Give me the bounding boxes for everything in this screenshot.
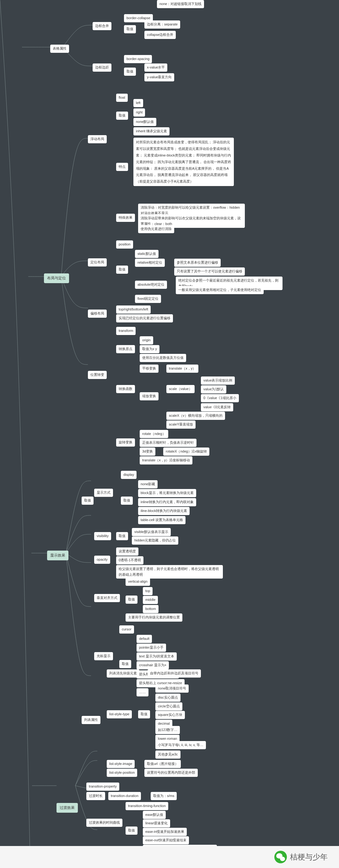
node-scale-val: scale（value） bbox=[166, 385, 195, 393]
node-valign-mode: 垂直对齐方式 bbox=[94, 594, 120, 602]
node-offset-layout: 偏移布局 bbox=[88, 310, 107, 318]
node-trans-dur: transition-duration bbox=[108, 792, 141, 800]
node-static: static默认值 bbox=[135, 250, 159, 258]
node-trans-prop: transition-property bbox=[86, 782, 119, 791]
node-opacity-range: 0透明-1不透明 bbox=[116, 556, 143, 564]
node-border-merge: 边框合并 bbox=[93, 22, 111, 30]
node-relative-note: 参照文本原本位置进行偏移 bbox=[174, 259, 221, 267]
node-cur-cross: crosshair 显示为+ bbox=[137, 661, 169, 670]
node-offset-note: 实现已经定位的元素进行位置偏移 bbox=[116, 314, 173, 322]
section-transition: 过渡效果 bbox=[57, 803, 78, 813]
node-yvalue: y-value垂直方向 bbox=[144, 73, 174, 82]
node-disp-inline: inline转换为行内元素，即内联对象 bbox=[138, 498, 196, 506]
node-trans-tf: transition-timing-function bbox=[126, 802, 168, 810]
node-lst-square: square实心方块 bbox=[156, 711, 185, 719]
node-va-top: top bbox=[143, 587, 152, 595]
node-cursor-val: 取值 bbox=[119, 660, 131, 668]
node-value-lt1: 0《value《1缩比原小 bbox=[201, 394, 239, 402]
node-float-layout: 浮动布局 bbox=[88, 135, 107, 143]
node-opacity: opacity bbox=[94, 556, 110, 564]
node-lsp: list-style-position bbox=[107, 769, 137, 777]
node-left: left bbox=[133, 99, 143, 107]
node-fixed: fixed固定定位 bbox=[135, 295, 161, 303]
node-origin-val: 取值为x y bbox=[140, 345, 160, 353]
node-origin-pct: 使用百分比是数值及方位值 bbox=[140, 354, 186, 362]
node-rotate3d: 3d变换 bbox=[140, 447, 156, 456]
node-opacity-note: 给父级元素设置了透明，则子元素也会透明时，将在父级元素透明的基础上再透明 bbox=[116, 565, 223, 579]
node-vis-visible: visible默认值表示显示 bbox=[132, 528, 171, 536]
node-scaley: scaleY垂直缩放 bbox=[166, 421, 196, 429]
node-value-gt1: value《0元素反转 bbox=[201, 403, 233, 411]
node-value1: value为1默认 bbox=[201, 385, 226, 394]
node-position: position bbox=[116, 240, 133, 249]
node-origin: origin bbox=[140, 336, 153, 344]
node-valign-note: 主要用于行内块级元素的调整位置 bbox=[126, 614, 182, 622]
node-lst-lr-note: 小写罗马字母i, ii, iii, iv, v, 等… bbox=[156, 741, 206, 749]
wechat-badge: 桔梗与少年 bbox=[274, 851, 328, 863]
node-list-clear-note: 自带内边距和外边距及项目符号 bbox=[147, 670, 201, 678]
node-cursor: cursor bbox=[119, 625, 134, 633]
node-list-prop: 列表属性 bbox=[81, 716, 100, 724]
node-trans-dur-lbl: 过渡时长 bbox=[86, 792, 105, 800]
mindmap-stage: none：对超链接取消下划线 表格属性 边框合并 border-collapse… bbox=[0, 0, 339, 868]
node-disp-none: none影藏 bbox=[138, 480, 158, 488]
node-right: right bbox=[133, 108, 145, 117]
node-cur-def: default bbox=[137, 635, 152, 643]
node-lsi: list-style-image bbox=[107, 760, 135, 768]
node-lst-val: 取值 bbox=[138, 710, 150, 718]
node-trbl: top/right/bottom/left bbox=[116, 306, 151, 314]
node-disp-val-outer: 取值 bbox=[81, 497, 94, 505]
node-relative-note2: 只有设置了其中一个才可以使元素进行偏移 bbox=[174, 268, 245, 276]
node-lst-other: 其他参见w3c bbox=[156, 750, 180, 758]
node-bs-val2: 取值 bbox=[124, 68, 136, 76]
node-scalex: scaleX（v）横向缩放，只缩横向的 bbox=[166, 412, 225, 420]
node-pos-layout: 定位布局 bbox=[88, 258, 107, 267]
node-feature-txt: 对所应的元素会有布局造成改变，使得有局混乱； 浮动后的元素可以设置宽度和高度等；… bbox=[133, 138, 234, 186]
node-translate: 平移变换 bbox=[140, 365, 159, 373]
node-cursor-disp: 光标显示 bbox=[94, 652, 113, 660]
node-relative: relative相对定位 bbox=[135, 259, 165, 267]
node-va-bot: bottom bbox=[143, 605, 159, 613]
node-float: float bbox=[116, 94, 128, 102]
node-rotate: rotate（ndeg） bbox=[140, 430, 168, 438]
node-tf-val: 取值 bbox=[126, 827, 137, 835]
node-tf-easein: ease-in慢速开始加速效果 bbox=[143, 828, 187, 836]
node-vis-val: 取值 bbox=[116, 532, 128, 540]
node-list-clear: 列表清先块级元素 bbox=[107, 670, 139, 678]
node-abs-note2: 一般采用父级元素使用相对定位，子元素使用绝对定位 bbox=[176, 286, 264, 294]
node-table-prop: 表格属性 bbox=[50, 44, 69, 53]
node-feature: 特点 bbox=[116, 163, 128, 171]
node-lsi-val: 取值url（图片链接） bbox=[144, 760, 181, 768]
node-cur-pointer: pointer显示小手 bbox=[137, 644, 166, 652]
node-rotate-pos: 正值表示顺时针，负值表示逆时针 bbox=[140, 439, 197, 447]
node-border-space: 边框边距 bbox=[93, 63, 111, 72]
node-tf-easeout: ease-out快速开始慢速结束 bbox=[143, 836, 189, 844]
node-disp-tc: table-cell 设置为表格单元格 bbox=[138, 516, 185, 524]
node-value-ratio: value表示缩放比例 bbox=[201, 376, 235, 385]
node-rotate-trans: 旋转变换 bbox=[116, 438, 135, 446]
node-tf-ease: ease默认值 bbox=[143, 811, 166, 819]
node-translate-xy: translate（x，y） bbox=[166, 365, 198, 373]
node-disp-ib: iline-block转换为行内块级元素 bbox=[138, 507, 190, 515]
node-lsp-note: 设置符号的位置再内部还是外部 bbox=[144, 769, 198, 777]
node-trans-dur-val: 取值为：s/ms bbox=[151, 792, 177, 800]
node-xvalue: x-value水平 bbox=[144, 63, 167, 72]
node-border-sep: 边框分离：separate bbox=[144, 21, 180, 29]
node-trans-origin: 转换原点 bbox=[116, 345, 135, 353]
node-fl-val: 取值 bbox=[116, 112, 128, 120]
node-top-note: none：对超链接取消下划线 bbox=[157, 0, 204, 8]
node-visibility: visibility bbox=[94, 532, 111, 540]
footer: 桔梗与少年 bbox=[0, 846, 339, 868]
node-transform: transform bbox=[116, 327, 136, 335]
node-pos-val: 取值 bbox=[116, 266, 128, 274]
node-valign: vertical-align bbox=[126, 578, 150, 586]
section-layout: 布局与定位 bbox=[44, 273, 69, 283]
node-cur-text: text 显示为I的竖直文本 bbox=[137, 652, 177, 660]
node-lst-none: none取消项目符号 bbox=[156, 684, 189, 693]
node-cur-dots: …… bbox=[137, 688, 148, 696]
node-lst-circle: circle空心圆点 bbox=[156, 702, 182, 711]
node-tf-linear: linear缓速变化 bbox=[143, 819, 170, 828]
node-display: display bbox=[121, 471, 137, 479]
node-scale-trans: 缩放变换 bbox=[140, 392, 159, 400]
wechat-icon bbox=[274, 851, 287, 863]
